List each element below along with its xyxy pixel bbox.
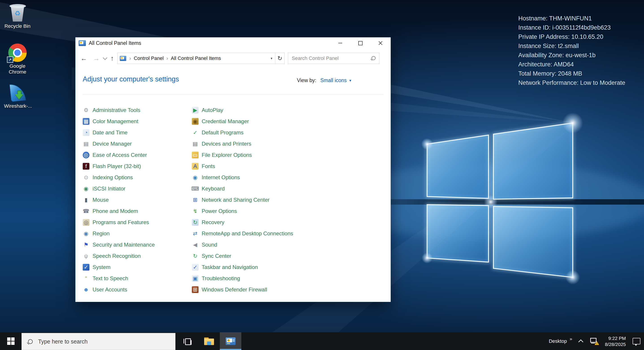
control-panel-item[interactable]: ◉Credential Manager xyxy=(192,116,293,127)
control-panel-item[interactable]: ▶AutoPlay xyxy=(192,105,293,116)
control-panel-item-label: Speech Recognition xyxy=(92,253,141,259)
control-panel-item[interactable]: ▤Device Manager xyxy=(83,138,155,149)
control-panel-item[interactable]: ◎Ease of Access Center xyxy=(83,149,155,161)
control-panel-item[interactable]: ☎Phone and Modem xyxy=(83,206,155,217)
control-panel-item[interactable]: ◔Date and Time xyxy=(83,127,155,138)
control-panel-item[interactable]: ⊙Indexing Options xyxy=(83,172,155,183)
control-panel-item[interactable]: ▤Devices and Printers xyxy=(192,138,293,149)
system-info-line: Instance Size: t2.small xyxy=(518,42,625,51)
taskbar-search-input[interactable] xyxy=(33,338,175,345)
control-panel-item[interactable]: ✓System xyxy=(83,262,155,273)
control-panel-item[interactable]: ☻User Accounts xyxy=(83,284,155,295)
chrome-icon: ↗ xyxy=(8,44,27,62)
recycle-bin-icon: ♻ xyxy=(8,4,27,22)
control-panel-item[interactable]: ◎Programs and Features xyxy=(83,217,155,228)
control-panel-item-label: Power Options xyxy=(202,208,237,214)
task-view-button[interactable] xyxy=(177,332,198,350)
control-panel-item[interactable]: ✓Default Programs xyxy=(192,127,293,138)
minimize-button[interactable] xyxy=(330,38,350,49)
system-info-line: Network Performance: Low to Moderate xyxy=(518,78,625,88)
view-by-value[interactable]: Small icons xyxy=(320,77,347,83)
control-panel-item[interactable]: “Text to Speech xyxy=(83,273,155,284)
start-button[interactable] xyxy=(0,332,22,350)
up-button[interactable]: ↑ xyxy=(110,55,114,62)
heading-divider xyxy=(82,94,384,95)
control-panel-item-label: Credential Manager xyxy=(202,118,249,124)
system-icon: ✓ xyxy=(83,264,90,271)
control-panel-item[interactable]: ↻Sync Center xyxy=(192,250,293,262)
control-panel-item[interactable]: ▭File Explorer Options xyxy=(192,149,293,161)
control-panel-item[interactable]: ↻Recovery xyxy=(192,217,293,228)
control-panel-taskbar-button[interactable] xyxy=(220,332,241,350)
taskbar-clock[interactable]: 9:22 PM 8/28/2025 xyxy=(605,335,626,347)
action-center-icon[interactable] xyxy=(632,338,640,344)
control-panel-icon xyxy=(226,337,236,345)
system-info-line: Total Memory: 2048 MB xyxy=(518,69,625,78)
maximize-button[interactable] xyxy=(350,38,370,49)
control-panel-item[interactable]: ⚙Administrative Tools xyxy=(83,105,155,116)
control-panel-item[interactable]: ψSpeech Recognition xyxy=(83,250,155,262)
programs-and-features-icon: ◎ xyxy=(83,219,90,226)
view-by-dropdown-icon[interactable]: ▼ xyxy=(349,79,352,82)
search-input[interactable] xyxy=(288,53,379,64)
control-panel-item[interactable]: ▣Troubleshooting xyxy=(192,273,293,284)
window-title: All Control Panel Items xyxy=(89,40,141,46)
breadcrumb-current[interactable]: All Control Panel Items xyxy=(171,55,221,61)
internet-options-icon: ◉ xyxy=(192,174,198,181)
control-panel-item-label: Flash Player (32-bit) xyxy=(92,163,141,169)
toolbar-overflow-icon[interactable]: » xyxy=(570,336,572,341)
control-panel-item-label: Keyboard xyxy=(202,186,225,192)
control-panel-item[interactable]: ⊞Windows Defender Firewall xyxy=(192,284,293,295)
show-hidden-icons-chevron-icon[interactable] xyxy=(578,339,583,344)
control-panel-item[interactable]: ↯Power Options xyxy=(192,206,293,217)
breadcrumb-control-panel[interactable]: Control Panel xyxy=(134,55,164,61)
control-panel-item[interactable]: ⇄RemoteApp and Desktop Connections xyxy=(192,228,293,239)
desktop-icon-label: Wireshark-... xyxy=(4,103,31,109)
control-panel-item[interactable]: ◉Region xyxy=(83,228,155,239)
minimize-icon xyxy=(338,43,342,43)
desktop: Hostname: THM-WINFUN1Instance ID: i-0035… xyxy=(0,0,644,350)
control-panel-item[interactable]: ✓Taskbar and Navigation xyxy=(192,262,293,273)
ease-of-access-icon: ◎ xyxy=(83,152,90,158)
recent-locations-chevron-icon[interactable] xyxy=(103,55,107,60)
speech-recognition-icon: ψ xyxy=(83,253,90,259)
control-panel-item-label: Devices and Printers xyxy=(202,141,251,147)
control-panel-item[interactable]: ⌨Keyboard xyxy=(192,183,293,194)
control-panel-item[interactable]: AFonts xyxy=(192,161,293,172)
address-dropdown-icon[interactable]: ▼ xyxy=(268,57,275,60)
window-titlebar[interactable]: All Control Panel Items xyxy=(76,38,390,49)
recycle-bin-shortcut[interactable]: ♻ Recycle Bin xyxy=(2,4,33,44)
desktop-toolbar-label[interactable]: Desktop xyxy=(549,338,567,344)
close-button[interactable] xyxy=(370,38,390,49)
control-panel-item-label: Administrative Tools xyxy=(92,107,140,113)
google-chrome-shortcut[interactable]: ↗ Google Chrome xyxy=(2,44,33,83)
control-panel-item[interactable]: ▮Mouse xyxy=(83,194,155,206)
sync-center-icon: ↻ xyxy=(192,253,198,259)
network-status-icon[interactable]: ! xyxy=(590,337,599,345)
color-management-icon: ▦ xyxy=(83,118,90,125)
phone-and-modem-icon: ☎ xyxy=(83,208,90,215)
refresh-button[interactable]: ↻ xyxy=(275,53,284,64)
control-panel-item[interactable]: ◉Internet Options xyxy=(192,172,293,183)
control-panel-item[interactable]: ◉iSCSI Initiator xyxy=(83,183,155,194)
system-info-line: Private IP Address: 10.10.65.20 xyxy=(518,32,625,42)
view-by-control: View by: Small icons ▼ xyxy=(297,77,352,83)
default-programs-icon: ✓ xyxy=(192,129,198,136)
system-info-line: Hostname: THM-WINFUN1 xyxy=(518,14,625,23)
address-bar[interactable]: › Control Panel › All Control Panel Item… xyxy=(118,53,284,64)
control-panel-item[interactable]: ⚑Security and Maintenance xyxy=(83,239,155,250)
control-panel-item[interactable]: ▦Color Management xyxy=(83,116,155,127)
wireshark-installer-shortcut[interactable]: Wireshark-... xyxy=(2,83,33,122)
desktop-icons: ♻ Recycle Bin ↗ Google Chrome Wireshark-… xyxy=(2,4,33,122)
control-panel-item-label: Programs and Features xyxy=(92,219,149,226)
back-button[interactable]: ← xyxy=(80,55,87,62)
user-accounts-icon: ☻ xyxy=(83,286,90,293)
file-explorer-button[interactable] xyxy=(198,332,220,350)
search-icon[interactable] xyxy=(372,56,376,60)
control-panel-item[interactable]: fFlash Player (32-bit) xyxy=(83,161,155,172)
control-panel-item-label: Sound xyxy=(202,242,217,248)
administrative-tools-icon: ⚙ xyxy=(83,107,90,113)
control-panel-item[interactable]: ⊞Network and Sharing Center xyxy=(192,194,293,206)
control-panel-item[interactable]: ◀Sound xyxy=(192,239,293,250)
forward-button[interactable]: → xyxy=(93,55,100,62)
